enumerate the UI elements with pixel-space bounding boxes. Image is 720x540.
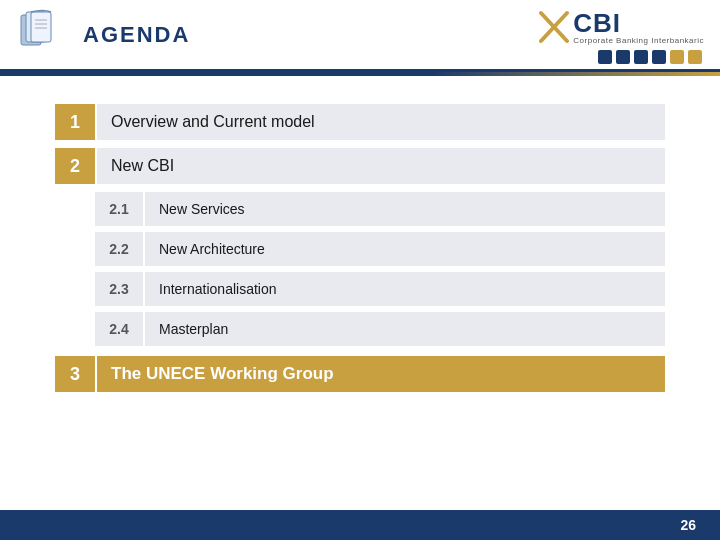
agenda-subnum-2-3: 2.3: [95, 272, 145, 306]
cbi-brand-name: CBI: [573, 10, 621, 36]
agenda-item-3: 3 The UNECE Working Group: [55, 356, 665, 392]
agenda-subnum-2-2: 2.2: [95, 232, 145, 266]
cbi-brand-subtitle: Corporate Banking Interbankaric: [573, 36, 704, 45]
footer: 26: [0, 510, 720, 540]
agenda-subnum-2-4: 2.4: [95, 312, 145, 346]
agenda-subnum-2-1: 2.1: [95, 192, 145, 226]
main-content: 1 Overview and Current model 2 New CBI 2…: [0, 76, 720, 420]
agenda-label-3: The UNECE Working Group: [95, 356, 665, 392]
agenda-num-2: 2: [55, 148, 95, 184]
agenda-sublabel-2-1: New Services: [145, 192, 665, 226]
agenda-item-1: 1 Overview and Current model: [55, 104, 665, 140]
agenda-subitem-2-4: 2.4 Masterplan: [95, 312, 665, 346]
header: AGENDA CBI Corporate Banking Interbankar…: [0, 0, 720, 72]
agenda-num-3: 3: [55, 356, 95, 392]
book-icon: [16, 7, 71, 62]
agenda-sublabel-2-3: Internationalisation: [145, 272, 665, 306]
agenda-sublabel-2-4: Masterplan: [145, 312, 665, 346]
page-number: 26: [680, 517, 696, 533]
cbi-cross-icon: [539, 8, 569, 46]
agenda-label-1: Overview and Current model: [95, 104, 665, 140]
agenda-num-1: 1: [55, 104, 95, 140]
agenda-sublabel-2-2: New Architecture: [145, 232, 665, 266]
cbi-decoration-dots: [598, 50, 702, 64]
svg-rect-2: [31, 12, 51, 42]
agenda-subitem-2-3: 2.3 Internationalisation: [95, 272, 665, 306]
cbi-logo: CBI Corporate Banking Interbankaric: [539, 8, 704, 64]
agenda-label-2: New CBI: [95, 148, 665, 184]
agenda-item-2: 2 New CBI: [55, 148, 665, 184]
agenda-subitem-2-2: 2.2 New Architecture: [95, 232, 665, 266]
page-title: AGENDA: [83, 22, 190, 48]
agenda-subitem-2-1: 2.1 New Services: [95, 192, 665, 226]
